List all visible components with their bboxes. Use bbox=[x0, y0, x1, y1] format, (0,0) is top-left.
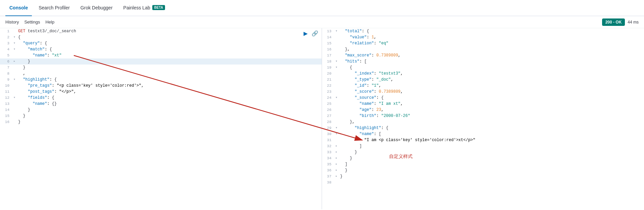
code-line: 3▾ "query": { bbox=[0, 40, 322, 46]
code-line: 7 } bbox=[0, 65, 322, 71]
help-nav-item[interactable]: Help bbox=[45, 18, 54, 26]
fold-gutter[interactable]: ▸ bbox=[334, 167, 339, 173]
line-number: 13 bbox=[322, 28, 334, 34]
code-line: 9▾ "highlight": { bbox=[0, 77, 322, 83]
code-line: 2▾{ bbox=[0, 34, 322, 40]
code-content: "_source": { bbox=[339, 95, 644, 101]
settings-nav-item[interactable]: Settings bbox=[24, 18, 40, 26]
line-number: 15 bbox=[0, 113, 12, 119]
fold-gutter[interactable]: ▸ bbox=[334, 149, 339, 155]
code-content: "age": 23, bbox=[339, 107, 644, 113]
code-content: } bbox=[17, 107, 322, 113]
fold-gutter[interactable]: ▾ bbox=[12, 46, 17, 52]
tab-search-profiler[interactable]: Search Profiler bbox=[35, 0, 74, 16]
code-content: "highlight": { bbox=[17, 77, 322, 83]
line-number: 29 bbox=[322, 125, 334, 131]
line-number: 36 bbox=[322, 167, 334, 173]
code-line: 1GET testxt3/_doc/_search bbox=[0, 28, 322, 34]
code-content: { bbox=[17, 34, 322, 40]
code-line: 10 "pre_tags": "<p class='key' style='co… bbox=[0, 83, 322, 89]
code-line: 32▸ ] bbox=[322, 143, 644, 149]
copy-curl-button[interactable]: 🔗 bbox=[311, 30, 319, 37]
history-nav-item[interactable]: History bbox=[5, 18, 19, 26]
fold-gutter[interactable]: ▸ bbox=[334, 173, 339, 179]
code-content: "value": 1, bbox=[339, 34, 644, 40]
code-content: "name": [ bbox=[339, 131, 644, 137]
fold-gutter[interactable]: ▾ bbox=[12, 34, 17, 40]
line-number: 14 bbox=[322, 34, 334, 40]
fold-gutter[interactable]: ▾ bbox=[12, 95, 17, 101]
fold-gutter[interactable]: ▾ bbox=[334, 65, 339, 71]
secondary-nav: History Settings Help 200 - OK 44 ms bbox=[0, 16, 644, 28]
fold-gutter[interactable]: ▾ bbox=[334, 58, 339, 65]
time-badge: 44 ms bbox=[628, 20, 639, 25]
code-line: 21 "_type": "_doc", bbox=[322, 77, 644, 83]
line-number: 27 bbox=[322, 113, 334, 119]
code-line: 30▾ "name": [ bbox=[322, 131, 644, 137]
code-line: 28 }, bbox=[322, 119, 644, 125]
line-number: 30 bbox=[322, 131, 334, 137]
line-number: 23 bbox=[322, 89, 334, 95]
tab-painless-lab[interactable]: Painless Lab BETA bbox=[119, 0, 169, 16]
code-line: 15 } bbox=[0, 113, 322, 119]
top-nav: Console Search Profiler Grok Debugger Pa… bbox=[0, 0, 644, 16]
fold-gutter[interactable]: ▸ bbox=[334, 143, 339, 149]
code-line: 11 "post_tags": "</p>", bbox=[0, 89, 322, 95]
code-line: 13▾ "total": { bbox=[322, 28, 644, 34]
line-number: 28 bbox=[322, 119, 334, 125]
code-content: "pre_tags": "<p class='key' style='color… bbox=[17, 83, 322, 89]
code-line: 6▸ } bbox=[0, 58, 322, 65]
code-content: } bbox=[17, 119, 322, 125]
fold-gutter[interactable]: ▾ bbox=[334, 95, 339, 101]
line-number: 20 bbox=[322, 71, 334, 77]
status-badge: 200 - OK bbox=[602, 18, 625, 26]
code-content: "highlight": { bbox=[339, 125, 644, 131]
line-number: 7 bbox=[0, 65, 12, 71]
code-content: "name": "I am xt", bbox=[339, 101, 644, 107]
left-editor-panel[interactable]: ▶ 🔗 1GET testxt3/_doc/_search2▾{3▾ "quer… bbox=[0, 28, 322, 209]
fold-gutter[interactable]: ▾ bbox=[334, 28, 339, 34]
line-number: 16 bbox=[322, 46, 334, 52]
fold-gutter[interactable]: ▾ bbox=[12, 77, 17, 83]
code-content: } bbox=[17, 58, 322, 65]
code-line: 16} bbox=[0, 119, 322, 125]
code-line: 14 } bbox=[0, 107, 322, 113]
fold-gutter[interactable]: ▾ bbox=[12, 40, 17, 46]
line-number: 9 bbox=[0, 77, 12, 83]
beta-badge: BETA bbox=[152, 5, 165, 10]
tab-console[interactable]: Console bbox=[5, 0, 32, 16]
code-content: "birth": "2000-07-26" bbox=[339, 113, 644, 119]
code-line: 14 "value": 1, bbox=[322, 34, 644, 40]
code-line: 31 "I am <p class='key' style='color:red… bbox=[322, 137, 644, 143]
fold-gutter[interactable]: ▾ bbox=[334, 131, 339, 137]
fold-gutter[interactable]: ▾ bbox=[334, 125, 339, 131]
line-number: 19 bbox=[322, 65, 334, 71]
line-number: 1 bbox=[0, 28, 12, 34]
tab-grok-debugger[interactable]: Grok Debugger bbox=[76, 0, 117, 16]
code-content: }, bbox=[339, 119, 644, 125]
code-line: 13 "name": {} bbox=[0, 101, 322, 107]
line-number: 26 bbox=[322, 107, 334, 113]
line-number: 8 bbox=[0, 71, 12, 77]
line-number: 38 bbox=[322, 179, 334, 185]
line-number: 35 bbox=[322, 161, 334, 167]
main-area: ▶ 🔗 1GET testxt3/_doc/_search2▾{3▾ "quer… bbox=[0, 28, 644, 209]
code-content: "fields": { bbox=[17, 95, 322, 101]
run-button[interactable]: ▶ bbox=[303, 30, 308, 37]
line-number: 10 bbox=[0, 83, 12, 89]
fold-gutter[interactable]: ▸ bbox=[334, 155, 339, 161]
right-editor-panel[interactable]: 13▾ "total": {14 "value": 1,15 "relation… bbox=[322, 28, 644, 209]
line-number: 31 bbox=[322, 137, 334, 143]
line-number: 37 bbox=[322, 173, 334, 179]
fold-gutter[interactable]: ▸ bbox=[334, 161, 339, 167]
code-content: "max_score": 0.7389809, bbox=[339, 52, 644, 58]
code-line: 22 "_id": "1", bbox=[322, 83, 644, 89]
code-line: 20 "_index": "testxt3", bbox=[322, 71, 644, 77]
line-number: 25 bbox=[322, 101, 334, 107]
code-content: "I am <p class='key' style='color:red'>x… bbox=[339, 137, 644, 143]
line-number: 3 bbox=[0, 40, 12, 46]
fold-gutter[interactable]: ▸ bbox=[12, 58, 17, 65]
line-number: 24 bbox=[322, 95, 334, 101]
code-content: "total": { bbox=[339, 28, 644, 34]
code-line: 26 "age": 23, bbox=[322, 107, 644, 113]
